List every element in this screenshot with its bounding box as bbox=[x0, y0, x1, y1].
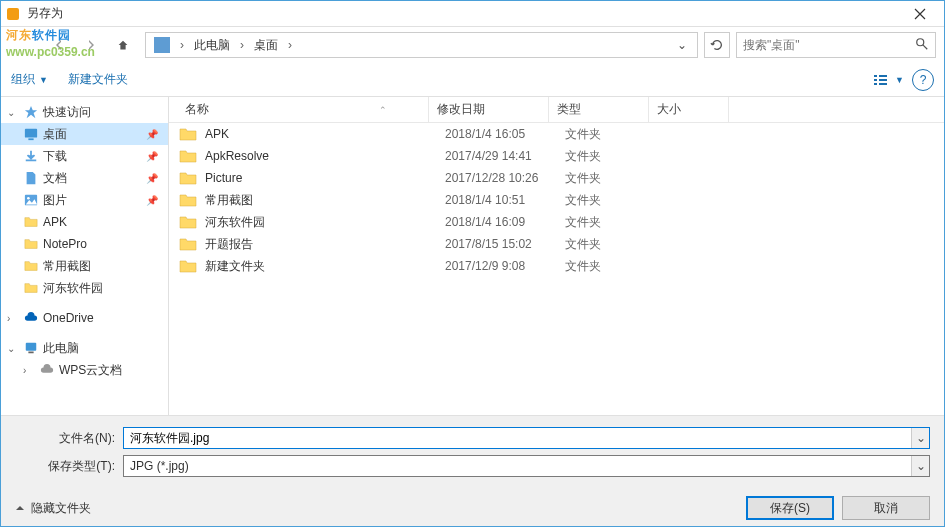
arrow-up-icon bbox=[116, 38, 130, 52]
filetype-field[interactable]: JPG (*.jpg) ⌄ bbox=[123, 455, 930, 477]
new-folder-button[interactable]: 新建文件夹 bbox=[68, 71, 128, 88]
view-button[interactable]: ▼ bbox=[873, 73, 904, 87]
file-type: 文件夹 bbox=[557, 170, 657, 187]
svg-rect-9 bbox=[25, 129, 37, 138]
svg-point-12 bbox=[27, 197, 30, 200]
location-icon bbox=[154, 37, 170, 53]
folder-icon bbox=[23, 258, 39, 274]
close-button[interactable] bbox=[900, 2, 940, 26]
filetype-dropdown[interactable]: ⌄ bbox=[911, 456, 929, 476]
sidebar-notepro[interactable]: NotePro bbox=[1, 233, 168, 255]
forward-button[interactable] bbox=[77, 31, 105, 59]
folder-icon bbox=[179, 236, 197, 252]
file-name: 新建文件夹 bbox=[205, 258, 437, 275]
folder-icon bbox=[23, 236, 39, 252]
svg-rect-13 bbox=[26, 343, 37, 351]
organize-button[interactable]: 组织 ▼ bbox=[11, 71, 48, 88]
svg-rect-6 bbox=[879, 75, 887, 77]
file-date: 2018/1/4 16:09 bbox=[437, 215, 557, 229]
folder-icon bbox=[23, 280, 39, 296]
search-input[interactable] bbox=[743, 38, 915, 52]
help-button[interactable]: ? bbox=[912, 69, 934, 91]
column-size[interactable]: 大小 bbox=[649, 97, 729, 122]
sidebar-quick-access[interactable]: ⌄ 快速访问 bbox=[1, 101, 168, 123]
cancel-button[interactable]: 取消 bbox=[842, 496, 930, 520]
breadcrumb-item[interactable]: 此电脑 bbox=[190, 37, 234, 54]
file-type: 文件夹 bbox=[557, 258, 657, 275]
chevron-up-icon bbox=[15, 503, 25, 513]
file-name: APK bbox=[205, 127, 437, 141]
sidebar-wps[interactable]: › WPS云文档 bbox=[1, 359, 168, 381]
column-name[interactable]: 名称⌃ bbox=[169, 97, 429, 122]
titlebar: 另存为 bbox=[1, 1, 944, 27]
refresh-icon bbox=[710, 38, 724, 52]
cloud-icon bbox=[23, 310, 39, 326]
file-date: 2018/1/4 10:51 bbox=[437, 193, 557, 207]
file-row[interactable]: 常用截图 2018/1/4 10:51 文件夹 bbox=[169, 189, 944, 211]
svg-point-1 bbox=[917, 38, 924, 45]
search-icon[interactable] bbox=[915, 37, 929, 54]
svg-rect-4 bbox=[874, 79, 877, 81]
sidebar-thispc[interactable]: ⌄ 此电脑 bbox=[1, 337, 168, 359]
column-date[interactable]: 修改日期 bbox=[429, 97, 549, 122]
save-form: 文件名(N): ⌄ 保存类型(T): JPG (*.jpg) ⌄ bbox=[1, 415, 944, 488]
folder-icon bbox=[179, 148, 197, 164]
breadcrumb-dropdown[interactable]: ⌄ bbox=[671, 38, 693, 52]
folder-icon bbox=[179, 170, 197, 186]
action-bar: 隐藏文件夹 保存(S) 取消 bbox=[1, 488, 944, 527]
view-icon bbox=[873, 73, 895, 87]
arrow-left-icon bbox=[51, 37, 67, 53]
hide-folders-toggle[interactable]: 隐藏文件夹 bbox=[15, 500, 91, 517]
breadcrumb[interactable]: › 此电脑 › 桌面 › ⌄ bbox=[145, 32, 698, 58]
filename-input[interactable] bbox=[124, 431, 911, 445]
file-row[interactable]: 河东软件园 2018/1/4 16:09 文件夹 bbox=[169, 211, 944, 233]
back-button[interactable] bbox=[45, 31, 73, 59]
filename-dropdown[interactable]: ⌄ bbox=[911, 428, 929, 448]
main-area: ⌄ 快速访问 桌面 📌 下载 📌 文档 📌 图片 📌 APK bbox=[1, 97, 944, 415]
chevron-down-icon: ⌄ bbox=[7, 343, 19, 354]
file-row[interactable]: Picture 2017/12/28 10:26 文件夹 bbox=[169, 167, 944, 189]
sidebar-onedrive[interactable]: › OneDrive bbox=[1, 307, 168, 329]
breadcrumb-item[interactable]: 桌面 bbox=[250, 37, 282, 54]
chevron-right-icon: › bbox=[7, 313, 19, 324]
file-date: 2018/1/4 16:05 bbox=[437, 127, 557, 141]
file-row[interactable]: APK 2018/1/4 16:05 文件夹 bbox=[169, 123, 944, 145]
file-name: 河东软件园 bbox=[205, 214, 437, 231]
up-button[interactable] bbox=[111, 33, 135, 57]
svg-rect-7 bbox=[879, 79, 887, 81]
file-type: 文件夹 bbox=[557, 214, 657, 231]
svg-line-2 bbox=[923, 44, 927, 48]
desktop-icon bbox=[23, 126, 39, 142]
sidebar-apk[interactable]: APK bbox=[1, 211, 168, 233]
file-type: 文件夹 bbox=[557, 126, 657, 143]
search-box[interactable] bbox=[736, 32, 936, 58]
file-date: 2017/4/29 14:41 bbox=[437, 149, 557, 163]
document-icon bbox=[23, 170, 39, 186]
file-row[interactable]: 开题报告 2017/8/15 15:02 文件夹 bbox=[169, 233, 944, 255]
column-type[interactable]: 类型 bbox=[549, 97, 649, 122]
sidebar-documents[interactable]: 文档 📌 bbox=[1, 167, 168, 189]
svg-rect-0 bbox=[7, 8, 19, 20]
window-title: 另存为 bbox=[27, 5, 900, 22]
svg-rect-8 bbox=[879, 83, 887, 85]
refresh-button[interactable] bbox=[704, 32, 730, 58]
filename-field[interactable]: ⌄ bbox=[123, 427, 930, 449]
file-list: 名称⌃ 修改日期 类型 大小 APK 2018/1/4 16:05 文件夹 Ap… bbox=[169, 97, 944, 415]
save-button[interactable]: 保存(S) bbox=[746, 496, 834, 520]
file-name: 常用截图 bbox=[205, 192, 437, 209]
file-row[interactable]: 新建文件夹 2017/12/9 9:08 文件夹 bbox=[169, 255, 944, 277]
file-date: 2017/12/28 10:26 bbox=[437, 171, 557, 185]
sidebar-screenshots[interactable]: 常用截图 bbox=[1, 255, 168, 277]
folder-icon bbox=[23, 214, 39, 230]
star-icon bbox=[23, 104, 39, 120]
sidebar-desktop[interactable]: 桌面 📌 bbox=[1, 123, 168, 145]
folder-icon bbox=[179, 126, 197, 142]
sidebar-hedong[interactable]: 河东软件园 bbox=[1, 277, 168, 299]
picture-icon bbox=[23, 192, 39, 208]
svg-rect-14 bbox=[28, 352, 33, 354]
sidebar-downloads[interactable]: 下载 📌 bbox=[1, 145, 168, 167]
file-row[interactable]: ApkResolve 2017/4/29 14:41 文件夹 bbox=[169, 145, 944, 167]
sidebar-pictures[interactable]: 图片 📌 bbox=[1, 189, 168, 211]
svg-rect-3 bbox=[874, 75, 877, 77]
folder-icon bbox=[179, 258, 197, 274]
